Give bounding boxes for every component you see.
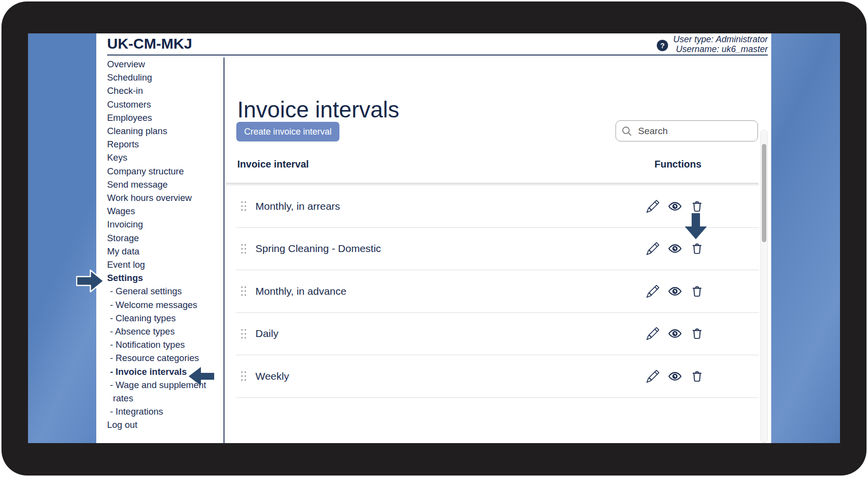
table-row: Spring Cleaning - Domestic (236, 228, 759, 271)
column-header-invoice-interval: Invoice interval (237, 159, 309, 170)
eye-icon (668, 327, 682, 340)
row-label: Monthly, in advance (255, 285, 346, 297)
delete-button[interactable] (690, 242, 704, 255)
eye-icon (668, 369, 682, 383)
delete-annotation-arrow-icon (684, 213, 707, 240)
app-title: UK-CM-MKJ (107, 35, 192, 52)
edit-button[interactable] (646, 369, 660, 383)
trash-icon (691, 370, 703, 383)
drag-handle[interactable] (241, 244, 246, 253)
drag-handle[interactable] (241, 329, 246, 338)
view-button[interactable] (668, 284, 682, 298)
pencil-icon (646, 242, 659, 255)
row-actions (646, 327, 704, 340)
pencil-icon (646, 200, 659, 213)
delete-button[interactable] (690, 369, 704, 383)
view-button[interactable] (668, 199, 682, 213)
sidebar-item-customers[interactable]: Customers (107, 98, 221, 111)
pencil-icon (646, 327, 659, 340)
sidebar-item-check-in[interactable]: Check-in (107, 84, 221, 97)
sidebar-item-reports[interactable]: Reports (107, 138, 221, 151)
sidebar-item-absence-types[interactable]: - Absence types (107, 325, 221, 338)
search-input[interactable] (637, 125, 753, 137)
sidebar-item-invoicing[interactable]: Invoicing (107, 218, 221, 231)
sidebar-item-cleaning-types[interactable]: - Cleaning types (107, 311, 221, 325)
invoice-table-body: Monthly, in arrears (236, 185, 759, 398)
sidebar-item-keys[interactable]: Keys (107, 151, 221, 164)
desktop-background: UK-CM-MKJ ? User type: Administrator Use… (28, 33, 840, 443)
pencil-icon (646, 370, 659, 383)
delete-button[interactable] (690, 284, 704, 298)
trash-icon (691, 327, 703, 340)
trash-icon (691, 242, 703, 255)
edit-button[interactable] (646, 284, 660, 298)
sidebar-item-scheduling[interactable]: Scheduling (107, 71, 221, 84)
eye-icon (668, 242, 682, 255)
sidebar-item-wages[interactable]: Wages (107, 204, 221, 218)
trash-icon (691, 285, 703, 298)
user-type-label: User type: Administrator (673, 34, 768, 44)
table-row: Monthly, in advance (236, 270, 759, 313)
sidebar-item-employees[interactable]: Employees (107, 111, 221, 124)
row-actions (646, 242, 704, 255)
app-window: UK-CM-MKJ ? User type: Administrator Use… (96, 33, 771, 443)
page-title: Invoice intervals (237, 97, 399, 122)
sidebar-item-log-out[interactable]: Log out (107, 418, 221, 431)
sidebar-item-welcome-messages[interactable]: - Welcome messages (107, 298, 221, 311)
row-label: Weekly (255, 370, 289, 382)
sidebar-item-storage[interactable]: Storage (107, 231, 221, 245)
drag-handle[interactable] (241, 371, 246, 381)
row-label: Daily (255, 328, 279, 339)
edit-button[interactable] (646, 327, 660, 340)
sidebar-item-my-data[interactable]: My data (107, 245, 221, 258)
pencil-icon (646, 285, 659, 298)
edit-button[interactable] (646, 199, 660, 213)
eye-icon (668, 199, 682, 213)
drag-handle[interactable] (241, 286, 246, 296)
sidebar-item-integrations[interactable]: - Integrations (107, 405, 221, 418)
eye-icon (668, 284, 682, 298)
edit-button[interactable] (646, 242, 660, 255)
row-actions (646, 199, 704, 213)
invoice-intervals-annotation-arrow-icon (188, 366, 215, 387)
table-row: Weekly (236, 355, 759, 398)
sidebar-item-event-log[interactable]: Event log (107, 258, 221, 271)
table-row: Daily (236, 313, 759, 356)
sidebar-item-resource-categories[interactable]: - Resource categories (107, 351, 221, 365)
row-label: Spring Cleaning - Domestic (255, 243, 381, 254)
trash-icon (691, 200, 703, 213)
scrollbar-thumb[interactable] (762, 144, 766, 242)
view-button[interactable] (668, 369, 682, 383)
sidebar-item-overview[interactable]: Overview (107, 57, 221, 71)
row-label: Monthly, in arrears (255, 200, 340, 212)
header-divider (107, 55, 768, 56)
delete-button[interactable] (690, 199, 704, 213)
settings-annotation-arrow-icon (76, 268, 105, 294)
user-info: User type: Administrator Username: uk6_m… (673, 34, 768, 54)
help-icon[interactable]: ? (657, 40, 668, 51)
row-actions (646, 369, 704, 383)
view-button[interactable] (668, 242, 682, 255)
sidebar-item-settings[interactable]: Settings (107, 271, 221, 284)
sidebar-divider (224, 57, 224, 443)
search-box (616, 120, 758, 141)
sidebar-item-cleaning-plans[interactable]: Cleaning plans (107, 124, 221, 138)
username-label: Username: uk6_master (673, 44, 768, 54)
sidebar-item-company-structure[interactable]: Company structure (107, 165, 221, 178)
view-button[interactable] (668, 327, 682, 340)
column-header-functions: Functions (646, 159, 709, 170)
sidebar-item-work-hours-overview[interactable]: Work hours overview (107, 191, 221, 204)
row-actions (646, 284, 704, 298)
sidebar-item-notification-types[interactable]: - Notification types (107, 338, 221, 351)
create-invoice-interval-button[interactable]: Create invoice interval (236, 122, 339, 141)
drag-handle[interactable] (241, 201, 246, 211)
search-icon (621, 125, 633, 137)
table-row: Monthly, in arrears (236, 185, 759, 228)
sidebar-item-send-message[interactable]: Send message (107, 178, 221, 191)
sidebar-item-general-settings[interactable]: - General settings (107, 284, 221, 298)
delete-button[interactable] (690, 327, 704, 340)
